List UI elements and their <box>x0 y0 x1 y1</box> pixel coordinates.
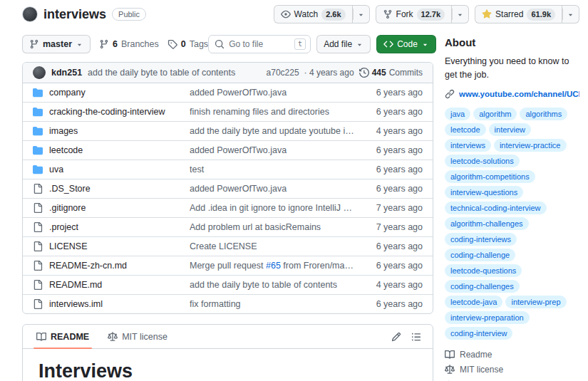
starred-button[interactable]: Starred 61.9k <box>475 5 562 24</box>
file-browser: kdn251 add the daily byte to table of co… <box>22 62 433 314</box>
file-commit-message[interactable]: added PowerOfTwo.java <box>190 144 363 157</box>
topic-coding-interview[interactable]: coding-interview <box>445 327 512 340</box>
file-name-link[interactable]: interviews.iml <box>49 298 103 310</box>
topic-coding-challenge[interactable]: coding-challenge <box>445 249 515 261</box>
commit-sha-link[interactable]: a70c225 <box>267 66 299 79</box>
issue-link[interactable]: #65 <box>266 261 281 271</box>
topic-leetcode-solutions[interactable]: leetcode-solutions <box>445 155 520 167</box>
branch-select-button[interactable]: master <box>22 35 91 53</box>
watch-count: 2.6k <box>321 9 345 21</box>
file-name-cell: .project <box>33 221 190 234</box>
file-name-cell: .gitignore <box>33 202 190 214</box>
file-name-link[interactable]: .gitignore <box>49 202 86 214</box>
add-file-button[interactable]: Add file <box>316 35 371 53</box>
repo-owner-avatar[interactable] <box>22 6 38 22</box>
about-sidebar: About Everything you need to know to get… <box>445 29 581 381</box>
file-name-link[interactable]: uva <box>49 163 63 176</box>
commit-author-link[interactable]: kdn251 <box>51 66 82 79</box>
topic-leetcode-questions[interactable]: leetcode-questions <box>445 264 522 277</box>
topic-algorithm[interactable]: algorithm <box>473 108 517 120</box>
file-age: 6 years ago <box>363 298 423 310</box>
topic-coding-challenges[interactable]: coding-challenges <box>445 280 520 293</box>
watch-label: Watch <box>294 9 319 19</box>
file-commit-message[interactable]: Add .idea in git ignore to ignore Intell… <box>190 202 363 214</box>
outline-button[interactable] <box>411 332 421 342</box>
branches-link[interactable]: 6 Branches <box>99 39 159 49</box>
topic-interview-preparation[interactable]: interview-preparation <box>445 311 530 324</box>
file-name-link[interactable]: LICENSE <box>49 240 88 253</box>
file-icon <box>33 203 43 213</box>
tags-link[interactable]: 0 Tags <box>167 39 208 49</box>
code-icon <box>383 39 393 49</box>
topic-java[interactable]: java <box>445 108 470 120</box>
repo-name[interactable]: interviews <box>43 7 106 22</box>
file-name-link[interactable]: README.md <box>49 278 102 291</box>
folder-icon <box>33 107 43 117</box>
readme-link[interactable]: Readme <box>445 350 579 360</box>
go-to-file-input[interactable] <box>229 39 290 49</box>
topic-technical-coding-interview[interactable]: technical-coding-interview <box>445 202 547 214</box>
file-commit-message[interactable]: fix formatting <box>190 298 363 310</box>
topic-leetcode[interactable]: leetcode <box>445 123 486 136</box>
chevron-down-icon <box>356 41 363 48</box>
watch-button[interactable]: Watch 2.6k <box>274 5 353 24</box>
file-row: imagesadd the daily byte and update yout… <box>23 121 433 140</box>
star-icon <box>482 9 492 19</box>
go-to-file-search[interactable]: t <box>208 35 311 53</box>
fork-button-group: Fork 12.7k <box>376 5 470 24</box>
topic-interview-prep[interactable]: interview-prep <box>505 296 566 308</box>
edit-readme-button[interactable] <box>391 332 401 342</box>
website-link[interactable]: www.youtube.com/channel/UCKvwPt6… <box>445 89 579 99</box>
file-icon <box>33 241 43 251</box>
file-commit-message[interactable]: Create LICENSE <box>190 240 363 253</box>
file-age: 6 years ago <box>363 163 423 176</box>
commit-history-link[interactable]: 445 Commits <box>359 66 423 79</box>
topic-algorithms[interactable]: algorithms <box>520 108 567 120</box>
file-name-cell: README-zh-cn.md <box>33 259 190 272</box>
topic-algorithm-challenges[interactable]: algorithm-challenges <box>445 217 529 230</box>
file-commit-message[interactable]: Add problem url at basicRemains <box>190 221 363 234</box>
readme-content: Interviews <box>23 349 433 381</box>
repo-title-group: interviews Public <box>22 6 146 22</box>
file-commit-message[interactable]: add the daily byte to table of contents <box>190 278 363 291</box>
file-commit-message[interactable]: added PowerOfTwo.java <box>190 86 363 99</box>
license-link[interactable]: MIT license <box>445 365 579 375</box>
star-dropdown-button[interactable] <box>562 5 579 24</box>
topic-leetcode-java[interactable]: leetcode-java <box>445 296 502 308</box>
topic-interviews[interactable]: interviews <box>445 139 491 152</box>
watch-dropdown-button[interactable] <box>353 5 370 24</box>
file-name-link[interactable]: README-zh-cn.md <box>49 259 127 272</box>
fork-button[interactable]: Fork 12.7k <box>376 5 453 24</box>
commits-count: 445 <box>372 66 386 79</box>
file-age: 6 years ago <box>363 86 423 99</box>
commit-author-avatar[interactable] <box>33 66 46 79</box>
file-commit-message[interactable]: finish renaming files and directories <box>190 105 363 118</box>
file-name-link[interactable]: cracking-the-coding-interview <box>49 105 165 118</box>
file-commit-message[interactable]: test <box>190 163 363 176</box>
fork-dropdown-button[interactable] <box>452 5 469 24</box>
latest-commit-message[interactable]: add the daily byte to table of contents <box>88 66 260 79</box>
topic-interview-practice[interactable]: interview-practice <box>494 139 567 152</box>
tag-icon <box>167 39 177 49</box>
add-file-label: Add file <box>324 39 352 49</box>
code-button[interactable]: Code <box>376 35 436 53</box>
topic-coding-interviews[interactable]: coding-interviews <box>445 233 517 246</box>
history-icon <box>359 68 369 78</box>
file-name-link[interactable]: .project <box>49 221 78 234</box>
topic-interview-questions[interactable]: interview-questions <box>445 186 523 199</box>
file-commit-message[interactable]: add the daily byte and update youtube im… <box>190 125 363 137</box>
search-icon <box>215 39 225 49</box>
topic-interview[interactable]: interview <box>489 123 531 136</box>
file-name-cell: uva <box>33 163 190 176</box>
file-age: 4 years ago <box>363 125 423 137</box>
file-name-link[interactable]: images <box>49 125 78 137</box>
file-commit-message[interactable]: Merge pull request #65 from Froren/maste… <box>190 259 363 272</box>
file-commit-message[interactable]: added PowerOfTwo.java <box>190 182 363 195</box>
file-name-link[interactable]: leetcode <box>49 144 83 157</box>
file-name-link[interactable]: company <box>49 86 86 99</box>
tab-license[interactable]: MIT license <box>98 325 177 348</box>
topic-algorithm-competitions[interactable]: algorithm-competitions <box>445 170 535 183</box>
file-name-link[interactable]: .DS_Store <box>49 182 91 195</box>
tab-readme[interactable]: README <box>27 325 98 348</box>
repo-stats-list: ReadmeMIT licenseActivity61.9kstars2.6kw… <box>445 350 579 381</box>
